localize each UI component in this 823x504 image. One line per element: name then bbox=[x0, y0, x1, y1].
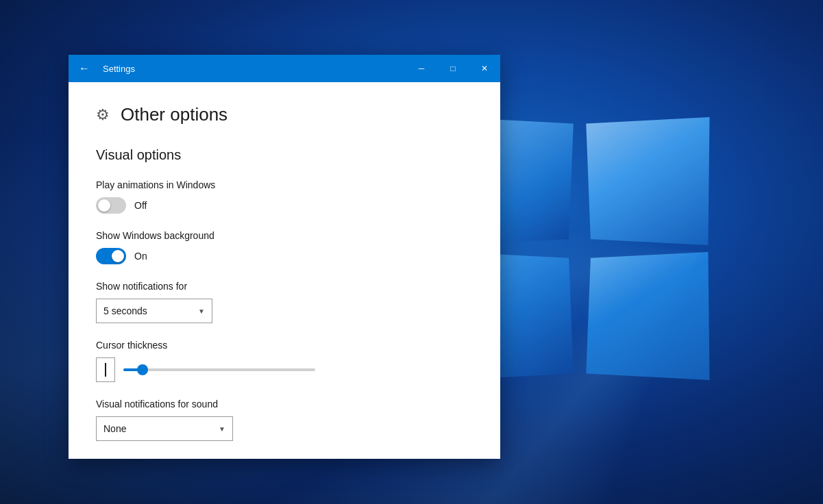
page-gear-icon: ⚙ bbox=[96, 106, 110, 124]
notifications-value: 5 seconds bbox=[103, 305, 147, 316]
visual-sound-value: None bbox=[103, 423, 126, 434]
back-icon: ← bbox=[79, 62, 90, 75]
window-controls: ─ □ ✕ bbox=[406, 55, 500, 82]
back-button[interactable]: ← bbox=[69, 55, 100, 82]
animations-label: Play animations in Windows bbox=[96, 179, 473, 190]
minimize-icon: ─ bbox=[419, 64, 425, 73]
background-toggle[interactable] bbox=[96, 248, 126, 264]
cursor-slider-container bbox=[123, 357, 315, 382]
logo-pane-bottom-right bbox=[586, 252, 709, 380]
maximize-button[interactable]: □ bbox=[437, 55, 469, 82]
title-bar: ← Settings ─ □ ✕ bbox=[69, 55, 500, 82]
maximize-icon: □ bbox=[450, 64, 455, 73]
animations-toggle-thumb bbox=[98, 199, 110, 212]
minimize-button[interactable]: ─ bbox=[406, 55, 437, 82]
close-icon: ✕ bbox=[481, 64, 488, 73]
background-state-label: On bbox=[134, 251, 147, 262]
cursor-slider-thumb[interactable] bbox=[137, 364, 148, 375]
setting-cursor-thickness: Cursor thickness bbox=[96, 340, 473, 382]
notifications-dropdown-arrow: ▼ bbox=[198, 307, 205, 315]
cursor-preview-line bbox=[105, 363, 106, 377]
visual-sound-dropdown-arrow: ▼ bbox=[219, 425, 225, 433]
setting-notifications: Show notifications for 5 seconds ▼ bbox=[96, 281, 473, 323]
visual-sound-dropdown[interactable]: None ▼ bbox=[96, 416, 233, 441]
setting-animations: Play animations in Windows Off bbox=[96, 179, 473, 214]
window-title: Settings bbox=[100, 64, 406, 74]
animations-toggle-track bbox=[96, 197, 126, 214]
notifications-dropdown[interactable]: 5 seconds ▼ bbox=[96, 299, 212, 323]
setting-background: Show Windows background On bbox=[96, 230, 473, 264]
cursor-preview-box bbox=[96, 357, 115, 382]
section-title-visual-options: Visual options bbox=[96, 147, 473, 163]
background-toggle-thumb bbox=[112, 250, 124, 262]
cursor-label: Cursor thickness bbox=[96, 340, 473, 351]
animations-toggle-row: Off bbox=[96, 197, 473, 214]
animations-state-label: Off bbox=[134, 200, 147, 211]
page-header: ⚙ Other options bbox=[96, 104, 473, 125]
cursor-slider-row bbox=[96, 357, 473, 382]
close-button[interactable]: ✕ bbox=[469, 55, 500, 82]
background-toggle-track bbox=[96, 248, 126, 264]
background-toggle-row: On bbox=[96, 248, 473, 264]
page-title: Other options bbox=[121, 104, 228, 125]
cursor-slider-track bbox=[123, 368, 315, 371]
visual-sound-label: Visual notifications for sound bbox=[96, 399, 473, 410]
setting-visual-sound: Visual notifications for sound None ▼ bbox=[96, 399, 473, 441]
background-label: Show Windows background bbox=[96, 230, 473, 241]
logo-pane-top-right bbox=[586, 117, 709, 245]
notifications-label: Show notifications for bbox=[96, 281, 473, 292]
animations-toggle[interactable] bbox=[96, 197, 126, 214]
settings-window: ← Settings ─ □ ✕ ⚙ Other options Visual … bbox=[69, 55, 500, 459]
settings-content: ⚙ Other options Visual options Play anim… bbox=[69, 82, 500, 459]
